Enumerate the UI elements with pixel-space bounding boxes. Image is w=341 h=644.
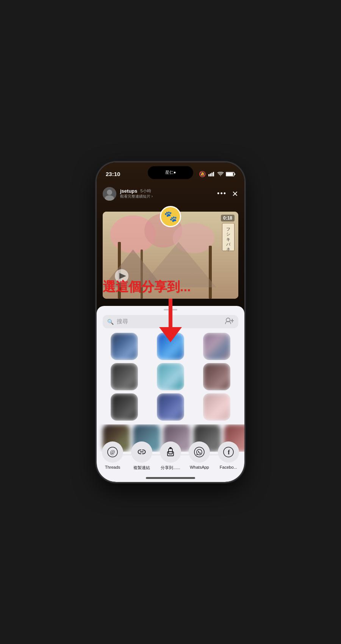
home-indicator	[146, 477, 195, 479]
contact-item[interactable]	[103, 363, 146, 390]
feed-user: jsetups 5小時 觀看完整連續短片 ›	[103, 187, 153, 201]
svg-rect-6	[235, 173, 235, 175]
jp-card: フシキバネ	[222, 223, 235, 251]
add-friend-button[interactable]	[225, 317, 234, 326]
copy-link-action[interactable]: 複製連結	[128, 441, 155, 471]
sheet-handle	[164, 309, 177, 310]
share-sheet: 🔍 搜尋	[97, 306, 244, 482]
threads-label: Threads	[105, 465, 120, 469]
contact-item[interactable]	[195, 363, 238, 390]
contacts-grid	[97, 333, 244, 421]
share-action[interactable]: 分享到......	[157, 441, 184, 471]
screen: 23:10 🔕	[97, 162, 244, 482]
feed-user-info: jsetups 5小時 觀看完整連續短片 ›	[120, 188, 153, 199]
threads-icon-circle: @	[102, 441, 123, 463]
profile-avatar-overlay: 🐾	[160, 206, 181, 227]
copy-link-icon-circle	[131, 441, 152, 463]
svg-rect-2	[211, 173, 213, 176]
dynamic-island-text: 星仁●	[165, 170, 176, 175]
whatsapp-action[interactable]: WhatsApp	[186, 441, 213, 469]
svg-point-8	[107, 190, 112, 195]
feed-header: jsetups 5小時 觀看完整連續短片 › ••• ✕	[97, 183, 244, 204]
feed-username: jsetups	[120, 188, 138, 194]
silent-icon: 🔕	[199, 171, 206, 178]
feed-user-avatar	[103, 187, 116, 201]
contact-item[interactable]	[149, 393, 192, 421]
svg-rect-0	[208, 174, 210, 176]
feed-subtext: 觀看完整連續短片 ›	[120, 194, 153, 199]
svg-rect-17	[209, 246, 212, 299]
contact-item[interactable]	[195, 333, 238, 360]
feed-time: 5小時	[141, 188, 151, 194]
svg-rect-3	[213, 172, 214, 176]
video-timer: 0:18	[221, 215, 235, 221]
phone-frame: 23:10 🔕	[97, 162, 244, 482]
share-label: 分享到......	[161, 465, 180, 471]
search-input[interactable]: 搜尋	[117, 318, 234, 325]
contact-item[interactable]	[103, 333, 146, 360]
action-row: @ Threads 複製連結	[97, 441, 244, 471]
facebook-action[interactable]: f Facebo...	[215, 441, 242, 469]
more-options-icon[interactable]: •••	[217, 190, 227, 198]
copy-link-label: 複製連結	[133, 465, 150, 471]
svg-rect-31	[169, 449, 172, 454]
battery-icon	[226, 172, 235, 176]
svg-text:@: @	[110, 449, 115, 455]
search-icon: 🔍	[107, 319, 114, 325]
status-time: 23:10	[106, 171, 120, 177]
dynamic-island: 星仁●	[148, 166, 193, 179]
close-icon[interactable]: ✕	[232, 189, 238, 198]
wifi-icon	[217, 172, 224, 176]
svg-rect-1	[210, 173, 211, 176]
signal-icon	[208, 172, 215, 176]
contact-item[interactable]	[103, 393, 146, 421]
svg-text:f: f	[228, 449, 230, 455]
svg-rect-5	[226, 173, 233, 176]
contact-item[interactable]	[149, 363, 192, 390]
facebook-icon-circle: f	[218, 441, 239, 463]
search-bar[interactable]: 🔍 搜尋	[103, 315, 238, 328]
contact-item[interactable]	[149, 333, 192, 360]
contact-item[interactable]	[195, 393, 238, 421]
status-icons: 🔕	[199, 171, 235, 178]
whatsapp-label: WhatsApp	[190, 465, 209, 469]
whatsapp-icon-circle	[189, 441, 210, 463]
svg-point-33	[194, 447, 204, 457]
share-icon-circle	[160, 441, 181, 463]
threads-action[interactable]: @ Threads	[99, 441, 126, 469]
feed-actions: ••• ✕	[217, 189, 238, 198]
facebook-label: Facebo...	[220, 465, 237, 469]
